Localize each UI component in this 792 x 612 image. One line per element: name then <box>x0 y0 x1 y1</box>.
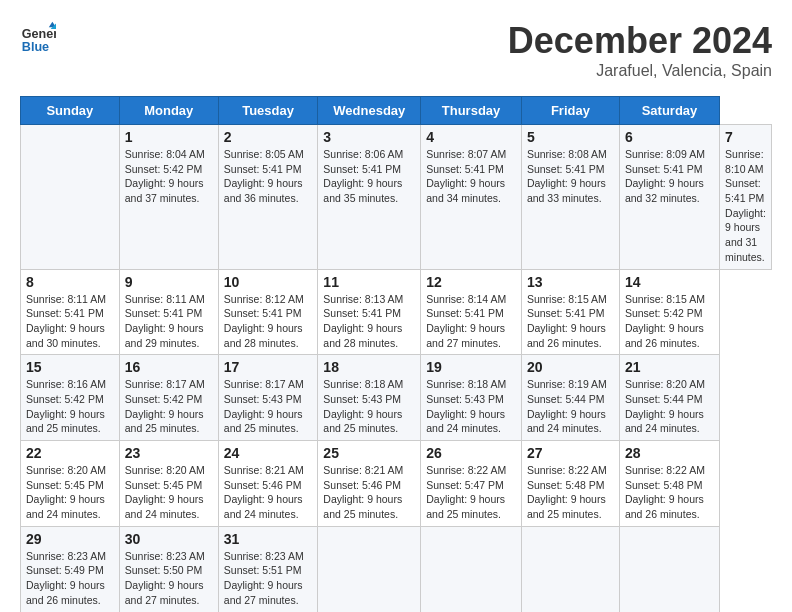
day-info: Sunrise: 8:13 AM Sunset: 5:41 PM Dayligh… <box>323 292 415 351</box>
day-info: Sunrise: 8:07 AM Sunset: 5:41 PM Dayligh… <box>426 147 516 206</box>
day-info: Sunrise: 8:15 AM Sunset: 5:41 PM Dayligh… <box>527 292 614 351</box>
empty-cell <box>318 526 421 612</box>
day-number: 22 <box>26 445 114 461</box>
empty-cell <box>619 526 719 612</box>
day-info: Sunrise: 8:12 AM Sunset: 5:41 PM Dayligh… <box>224 292 313 351</box>
day-cell-8: 8Sunrise: 8:11 AM Sunset: 5:41 PM Daylig… <box>21 269 120 355</box>
day-info: Sunrise: 8:18 AM Sunset: 5:43 PM Dayligh… <box>426 377 516 436</box>
day-number: 4 <box>426 129 516 145</box>
header-day-friday: Friday <box>521 97 619 125</box>
day-cell-7: 7Sunrise: 8:10 AM Sunset: 5:41 PM Daylig… <box>720 125 772 270</box>
header-day-monday: Monday <box>119 97 218 125</box>
day-number: 3 <box>323 129 415 145</box>
day-number: 8 <box>26 274 114 290</box>
day-number: 13 <box>527 274 614 290</box>
day-info: Sunrise: 8:23 AM Sunset: 5:51 PM Dayligh… <box>224 549 313 608</box>
day-cell-30: 30Sunrise: 8:23 AM Sunset: 5:50 PM Dayli… <box>119 526 218 612</box>
day-number: 29 <box>26 531 114 547</box>
day-number: 27 <box>527 445 614 461</box>
day-info: Sunrise: 8:06 AM Sunset: 5:41 PM Dayligh… <box>323 147 415 206</box>
day-number: 17 <box>224 359 313 375</box>
day-info: Sunrise: 8:17 AM Sunset: 5:43 PM Dayligh… <box>224 377 313 436</box>
day-info: Sunrise: 8:09 AM Sunset: 5:41 PM Dayligh… <box>625 147 714 206</box>
day-cell-19: 19Sunrise: 8:18 AM Sunset: 5:43 PM Dayli… <box>421 355 522 441</box>
day-info: Sunrise: 8:05 AM Sunset: 5:41 PM Dayligh… <box>224 147 313 206</box>
day-cell-23: 23Sunrise: 8:20 AM Sunset: 5:45 PM Dayli… <box>119 441 218 527</box>
day-cell-31: 31Sunrise: 8:23 AM Sunset: 5:51 PM Dayli… <box>218 526 318 612</box>
day-number: 28 <box>625 445 714 461</box>
day-cell-25: 25Sunrise: 8:21 AM Sunset: 5:46 PM Dayli… <box>318 441 421 527</box>
day-number: 25 <box>323 445 415 461</box>
day-info: Sunrise: 8:11 AM Sunset: 5:41 PM Dayligh… <box>26 292 114 351</box>
title-block: December 2024 Jarafuel, Valencia, Spain <box>508 20 772 80</box>
week-row-2: 8Sunrise: 8:11 AM Sunset: 5:41 PM Daylig… <box>21 269 772 355</box>
day-info: Sunrise: 8:22 AM Sunset: 5:48 PM Dayligh… <box>527 463 614 522</box>
day-number: 18 <box>323 359 415 375</box>
day-info: Sunrise: 8:23 AM Sunset: 5:49 PM Dayligh… <box>26 549 114 608</box>
day-cell-17: 17Sunrise: 8:17 AM Sunset: 5:43 PM Dayli… <box>218 355 318 441</box>
day-cell-28: 28Sunrise: 8:22 AM Sunset: 5:48 PM Dayli… <box>619 441 719 527</box>
day-info: Sunrise: 8:18 AM Sunset: 5:43 PM Dayligh… <box>323 377 415 436</box>
day-cell-16: 16Sunrise: 8:17 AM Sunset: 5:42 PM Dayli… <box>119 355 218 441</box>
empty-cell <box>521 526 619 612</box>
day-cell-9: 9Sunrise: 8:11 AM Sunset: 5:41 PM Daylig… <box>119 269 218 355</box>
day-cell-12: 12Sunrise: 8:14 AM Sunset: 5:41 PM Dayli… <box>421 269 522 355</box>
week-row-1: 1Sunrise: 8:04 AM Sunset: 5:42 PM Daylig… <box>21 125 772 270</box>
empty-cell <box>421 526 522 612</box>
day-cell-27: 27Sunrise: 8:22 AM Sunset: 5:48 PM Dayli… <box>521 441 619 527</box>
day-number: 11 <box>323 274 415 290</box>
day-info: Sunrise: 8:19 AM Sunset: 5:44 PM Dayligh… <box>527 377 614 436</box>
location-subtitle: Jarafuel, Valencia, Spain <box>508 62 772 80</box>
day-cell-2: 2Sunrise: 8:05 AM Sunset: 5:41 PM Daylig… <box>218 125 318 270</box>
day-info: Sunrise: 8:20 AM Sunset: 5:45 PM Dayligh… <box>125 463 213 522</box>
day-number: 5 <box>527 129 614 145</box>
day-number: 12 <box>426 274 516 290</box>
day-info: Sunrise: 8:15 AM Sunset: 5:42 PM Dayligh… <box>625 292 714 351</box>
day-info: Sunrise: 8:20 AM Sunset: 5:44 PM Dayligh… <box>625 377 714 436</box>
week-row-4: 22Sunrise: 8:20 AM Sunset: 5:45 PM Dayli… <box>21 441 772 527</box>
day-cell-6: 6Sunrise: 8:09 AM Sunset: 5:41 PM Daylig… <box>619 125 719 270</box>
day-number: 6 <box>625 129 714 145</box>
day-info: Sunrise: 8:21 AM Sunset: 5:46 PM Dayligh… <box>323 463 415 522</box>
day-info: Sunrise: 8:04 AM Sunset: 5:42 PM Dayligh… <box>125 147 213 206</box>
day-number: 23 <box>125 445 213 461</box>
day-info: Sunrise: 8:14 AM Sunset: 5:41 PM Dayligh… <box>426 292 516 351</box>
day-info: Sunrise: 8:21 AM Sunset: 5:46 PM Dayligh… <box>224 463 313 522</box>
day-number: 15 <box>26 359 114 375</box>
svg-text:Blue: Blue <box>22 40 49 54</box>
day-number: 30 <box>125 531 213 547</box>
day-number: 1 <box>125 129 213 145</box>
day-cell-10: 10Sunrise: 8:12 AM Sunset: 5:41 PM Dayli… <box>218 269 318 355</box>
day-number: 2 <box>224 129 313 145</box>
day-info: Sunrise: 8:08 AM Sunset: 5:41 PM Dayligh… <box>527 147 614 206</box>
month-title: December 2024 <box>508 20 772 62</box>
day-cell-29: 29Sunrise: 8:23 AM Sunset: 5:49 PM Dayli… <box>21 526 120 612</box>
day-cell-18: 18Sunrise: 8:18 AM Sunset: 5:43 PM Dayli… <box>318 355 421 441</box>
day-number: 24 <box>224 445 313 461</box>
day-info: Sunrise: 8:11 AM Sunset: 5:41 PM Dayligh… <box>125 292 213 351</box>
empty-cell <box>21 125 120 270</box>
day-cell-22: 22Sunrise: 8:20 AM Sunset: 5:45 PM Dayli… <box>21 441 120 527</box>
header-day-saturday: Saturday <box>619 97 719 125</box>
day-number: 31 <box>224 531 313 547</box>
day-number: 19 <box>426 359 516 375</box>
day-cell-26: 26Sunrise: 8:22 AM Sunset: 5:47 PM Dayli… <box>421 441 522 527</box>
day-cell-13: 13Sunrise: 8:15 AM Sunset: 5:41 PM Dayli… <box>521 269 619 355</box>
day-number: 14 <box>625 274 714 290</box>
day-info: Sunrise: 8:22 AM Sunset: 5:47 PM Dayligh… <box>426 463 516 522</box>
day-info: Sunrise: 8:22 AM Sunset: 5:48 PM Dayligh… <box>625 463 714 522</box>
day-cell-15: 15Sunrise: 8:16 AM Sunset: 5:42 PM Dayli… <box>21 355 120 441</box>
day-cell-4: 4Sunrise: 8:07 AM Sunset: 5:41 PM Daylig… <box>421 125 522 270</box>
day-cell-24: 24Sunrise: 8:21 AM Sunset: 5:46 PM Dayli… <box>218 441 318 527</box>
day-number: 26 <box>426 445 516 461</box>
day-info: Sunrise: 8:23 AM Sunset: 5:50 PM Dayligh… <box>125 549 213 608</box>
day-info: Sunrise: 8:20 AM Sunset: 5:45 PM Dayligh… <box>26 463 114 522</box>
header-day-sunday: Sunday <box>21 97 120 125</box>
day-cell-3: 3Sunrise: 8:06 AM Sunset: 5:41 PM Daylig… <box>318 125 421 270</box>
day-number: 21 <box>625 359 714 375</box>
day-number: 10 <box>224 274 313 290</box>
day-info: Sunrise: 8:17 AM Sunset: 5:42 PM Dayligh… <box>125 377 213 436</box>
week-row-5: 29Sunrise: 8:23 AM Sunset: 5:49 PM Dayli… <box>21 526 772 612</box>
header-day-tuesday: Tuesday <box>218 97 318 125</box>
calendar-table: SundayMondayTuesdayWednesdayThursdayFrid… <box>20 96 772 612</box>
